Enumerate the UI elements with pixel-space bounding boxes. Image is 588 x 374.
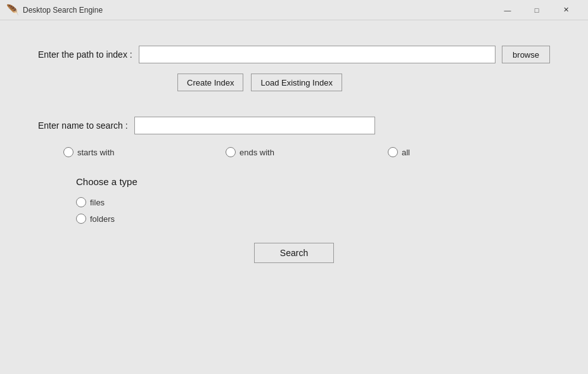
all-option[interactable]: all — [388, 147, 550, 157]
folders-option[interactable]: folders — [76, 214, 550, 224]
path-label: Enter the path to index : — [38, 49, 132, 60]
browse-button[interactable]: browse — [502, 46, 550, 63]
create-index-button[interactable]: Create Index — [177, 74, 243, 91]
close-button[interactable]: ✕ — [551, 0, 580, 20]
search-button-row: Search — [38, 243, 550, 263]
starts-with-option[interactable]: starts with — [63, 147, 226, 157]
search-name-input[interactable] — [134, 117, 375, 134]
title-bar: 🪶 Desktop Search Engine — □ ✕ — [0, 0, 588, 20]
type-section: Choose a type files folders — [38, 176, 550, 224]
main-content: Enter the path to index : browse Create … — [0, 20, 588, 288]
load-index-button[interactable]: Load Existing Index — [251, 74, 342, 91]
folders-radio[interactable] — [76, 214, 86, 224]
search-name-row: Enter name to search : — [38, 117, 550, 134]
folders-label: folders — [90, 214, 115, 224]
ends-with-option[interactable]: ends with — [226, 147, 388, 157]
starts-with-label: starts with — [77, 148, 115, 157]
files-label: files — [90, 198, 105, 207]
action-buttons: Create Index Load Existing Index — [38, 74, 550, 91]
maximize-button[interactable]: □ — [522, 0, 551, 20]
type-options: files folders — [76, 197, 550, 224]
app-icon: 🪶 — [8, 5, 18, 15]
ends-with-label: ends with — [240, 148, 274, 157]
window-title: Desktop Search Engine — [23, 6, 493, 15]
minimize-button[interactable]: — — [493, 0, 522, 20]
search-label: Enter name to search : — [38, 120, 128, 131]
all-radio[interactable] — [388, 147, 398, 157]
match-type-row: starts with ends with all — [38, 147, 550, 157]
type-title: Choose a type — [76, 176, 550, 187]
ends-with-radio[interactable] — [226, 147, 236, 157]
window-controls: — □ ✕ — [493, 0, 580, 20]
path-input[interactable] — [139, 46, 495, 63]
files-option[interactable]: files — [76, 197, 550, 207]
all-label: all — [402, 148, 410, 157]
starts-with-radio[interactable] — [63, 147, 74, 157]
search-button[interactable]: Search — [254, 243, 334, 263]
files-radio[interactable] — [76, 197, 86, 207]
path-row: Enter the path to index : browse — [38, 46, 550, 63]
